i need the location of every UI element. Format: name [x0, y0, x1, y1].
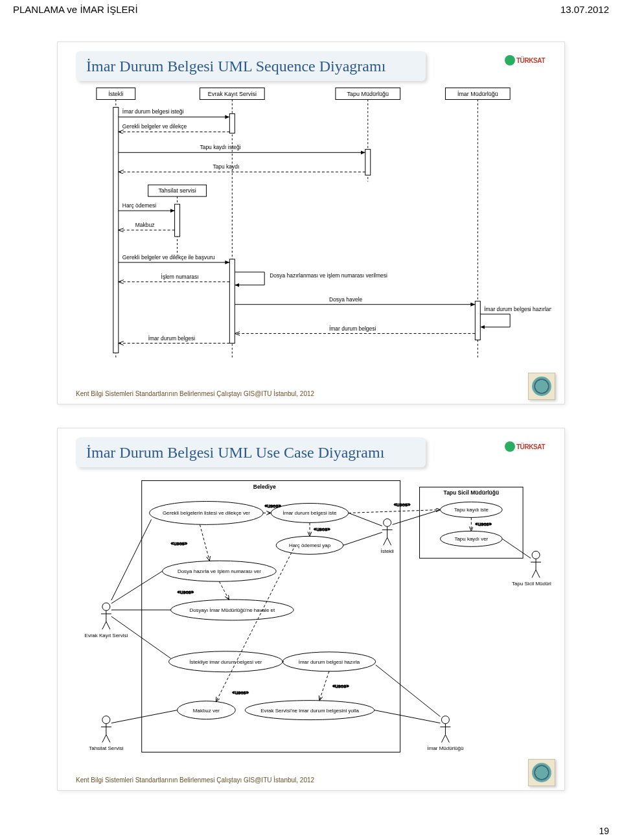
- svg-text:Harç ödemesi yap: Harç ödemesi yap: [289, 542, 331, 548]
- svg-point-81: [102, 603, 110, 611]
- svg-point-86: [102, 716, 110, 724]
- svg-text:İmar durum belgesi hazırla: İmar durum belgesi hazırla: [299, 659, 360, 665]
- svg-text:Makbuz ver: Makbuz ver: [193, 708, 220, 714]
- seal-icon: [528, 759, 555, 786]
- svg-text:Gerekli belgeler ve dilekçe: Gerekli belgeler ve dilekçe: [122, 123, 187, 130]
- svg-text:«uses»: «uses»: [314, 526, 330, 532]
- svg-text:Makbuz: Makbuz: [135, 222, 155, 228]
- svg-text:Evrak Kayıt Servisi: Evrak Kayıt Servisi: [84, 633, 128, 638]
- svg-line-80: [536, 570, 540, 578]
- svg-text:İmar durum belgesi hazırlanmas: İmar durum belgesi hazırlanması: [484, 306, 551, 312]
- svg-text:İmar Müdürlüğü: İmar Müdürlüğü: [428, 745, 464, 751]
- svg-line-79: [532, 570, 536, 578]
- svg-text:«uses»: «uses»: [171, 541, 188, 546]
- svg-text:«uses»: «uses»: [232, 690, 249, 695]
- svg-rect-18: [175, 204, 180, 237]
- slide-footer: Kent Bilgi Sistemleri Standartlarının Be…: [76, 776, 314, 784]
- svg-line-102: [343, 532, 382, 545]
- svg-line-125: [319, 671, 329, 701]
- svg-line-75: [387, 537, 391, 545]
- page-header: PLANLAMA ve İMAR İŞLERİ 13.07.2012: [13, 4, 609, 15]
- svg-text:İmar durum belgesi: İmar durum belgesi: [148, 335, 196, 342]
- svg-line-85: [106, 622, 110, 629]
- svg-point-76: [532, 551, 540, 559]
- svg-line-107: [111, 571, 163, 603]
- slide-title-wrap: İmar Durum Belgesi UML Sequence Diyagram…: [76, 51, 426, 81]
- svg-text:İşlem numarası: İşlem numarası: [161, 274, 199, 280]
- svg-line-108: [111, 519, 152, 600]
- svg-line-74: [384, 537, 387, 545]
- svg-line-84: [102, 622, 106, 629]
- svg-line-103: [393, 509, 441, 524]
- svg-rect-20: [475, 301, 480, 340]
- svg-text:Dosya havele: Dosya havele: [329, 296, 363, 303]
- svg-line-95: [445, 735, 449, 743]
- svg-line-122: [219, 581, 229, 600]
- usecase-diagram: Belediye Tapu Sicil Müdürlüğü Gerekli be…: [71, 474, 551, 759]
- header-right: 13.07.2012: [560, 4, 609, 15]
- svg-text:Tapu kaydı ver: Tapu kaydı ver: [454, 536, 488, 542]
- svg-text:İstekli: İstekli: [380, 548, 394, 554]
- turksat-logo: TÜRKSAT: [497, 435, 553, 458]
- seal-icon: [528, 373, 555, 400]
- svg-line-110: [374, 710, 441, 723]
- svg-text:«uses»: «uses»: [332, 683, 349, 689]
- svg-line-111: [376, 665, 441, 717]
- svg-text:İmar durum belgesi: İmar durum belgesi: [329, 325, 376, 332]
- svg-text:«uses»: «uses»: [178, 589, 194, 595]
- svg-text:Tahsilat servisi: Tahsilat servisi: [158, 187, 196, 194]
- svg-text:Tahsilat Servisi: Tahsilat Servisi: [89, 745, 123, 751]
- svg-point-91: [441, 716, 449, 724]
- svg-rect-17: [365, 149, 371, 175]
- svg-text:Evrak Servisi'ne imar durum be: Evrak Servisi'ne imar durum belgesini yo…: [260, 708, 359, 714]
- svg-line-104: [502, 539, 531, 558]
- slide-title: İmar Durum Belgesi UML Use Case Diyagram…: [86, 444, 384, 461]
- svg-text:«uses»: «uses»: [264, 503, 281, 509]
- svg-line-109: [111, 710, 178, 723]
- sequence-diagram: İstekli Evrak Kayıt Servisi Tapu Müdürlü…: [71, 88, 551, 373]
- svg-rect-16: [229, 113, 235, 133]
- slide-usecase: İmar Durum Belgesi UML Use Case Diyagram…: [57, 428, 565, 791]
- svg-text:Harç ödemesi: Harç ödemesi: [122, 202, 156, 209]
- svg-text:Gerekli belgelerin listesi ve : Gerekli belgelerin listesi ve dilekçe ve…: [163, 510, 250, 516]
- svg-text:Tapu Sicil Müdürlüğü: Tapu Sicil Müdürlüğü: [512, 581, 551, 587]
- svg-rect-15: [113, 108, 119, 353]
- svg-text:Tapu kaydı isteği: Tapu kaydı isteği: [200, 144, 240, 150]
- page-number: 19: [599, 826, 609, 836]
- svg-point-71: [384, 519, 391, 526]
- svg-text:İstekliye imar durum belgesi v: İstekliye imar durum belgesi ver: [189, 659, 262, 665]
- svg-text:Dosya hazırla ve işlem numaras: Dosya hazırla ve işlem numarası ver: [178, 568, 261, 574]
- svg-text:Dosya hazırlanması ve işlem nu: Dosya hazırlanması ve işlem numarası ver…: [270, 272, 387, 279]
- svg-text:Tapu kaydı: Tapu kaydı: [213, 163, 239, 170]
- svg-text:Belediye: Belediye: [253, 484, 276, 490]
- svg-text:«uses»: «uses»: [475, 521, 492, 527]
- svg-text:«uses»: «uses»: [394, 502, 411, 508]
- svg-text:İmar Müdürlüğü: İmar Müdürlüğü: [457, 91, 498, 97]
- svg-rect-19: [229, 259, 235, 344]
- slide-title: İmar Durum Belgesi UML Sequence Diyagram…: [86, 58, 386, 75]
- svg-text:Tapu kaydı iste: Tapu kaydı iste: [454, 507, 489, 513]
- svg-text:Gerekli belgeler ve dilekçe il: Gerekli belgeler ve dilekçe ile başvuru: [122, 254, 215, 261]
- svg-line-101: [349, 513, 382, 526]
- turksat-logo: TÜRKSAT: [497, 49, 553, 72]
- slide-title-wrap: İmar Durum Belgesi UML Use Case Diyagram…: [76, 438, 426, 467]
- svg-text:Tapu Sicil Müdürlüğü: Tapu Sicil Müdürlüğü: [444, 490, 499, 496]
- slide-footer: Kent Bilgi Sistemleri Standartlarının Be…: [76, 390, 314, 397]
- svg-line-116: [349, 509, 441, 513]
- svg-text:İmar durum belgesi iste: İmar durum belgesi iste: [283, 510, 337, 516]
- svg-line-94: [441, 735, 445, 743]
- svg-line-120: [200, 524, 209, 561]
- svg-text:İmar durum belgesi isteği: İmar durum belgesi isteği: [122, 108, 184, 115]
- svg-text:Evrak Kayıt Servisi: Evrak Kayıt Servisi: [208, 91, 257, 97]
- svg-line-89: [102, 735, 106, 743]
- svg-text:İstekli: İstekli: [108, 91, 123, 97]
- svg-line-90: [106, 735, 110, 743]
- header-left: PLANLAMA ve İMAR İŞLERİ: [13, 4, 138, 15]
- slide-sequence: İmar Durum Belgesi UML Sequence Diyagram…: [57, 41, 565, 404]
- svg-text:Tapu Müdürlüğü: Tapu Müdürlüğü: [347, 91, 389, 97]
